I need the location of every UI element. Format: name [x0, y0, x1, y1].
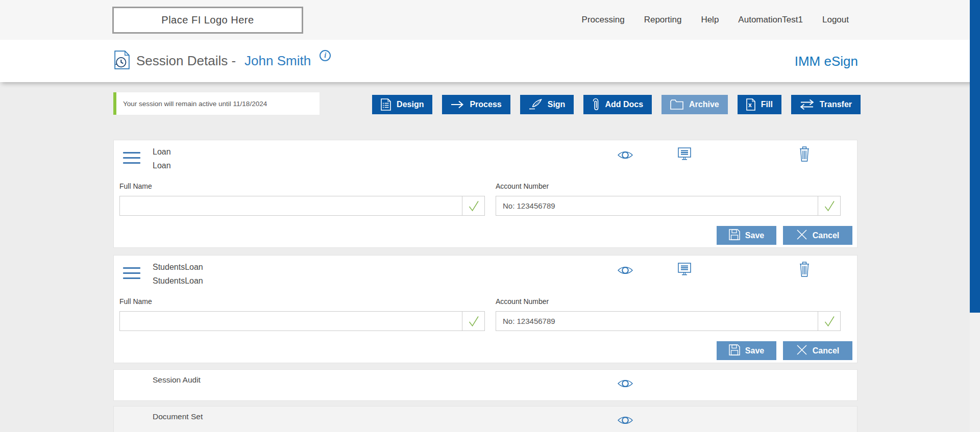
- floppy-disk-icon: [729, 229, 740, 242]
- card-title-line2: StudentsLoan: [153, 274, 203, 288]
- full-name-label: Full Name: [119, 182, 152, 190]
- valid-check-icon: [462, 196, 485, 216]
- session-notice-text: Your session will remain active until 11…: [123, 100, 267, 108]
- cancel-button[interactable]: Cancel: [783, 226, 852, 245]
- title-group: Session Details - John Smith i: [114, 40, 331, 82]
- transfer-arrows-icon: [800, 99, 814, 110]
- valid-check-icon: [818, 196, 841, 216]
- drag-handle-icon[interactable]: [123, 152, 140, 164]
- save-button[interactable]: Save: [717, 341, 776, 360]
- fi-logo-placeholder: Place FI Logo Here: [112, 7, 303, 34]
- nav-item-help[interactable]: Help: [701, 15, 719, 25]
- paperclip-icon: [592, 98, 599, 112]
- row-title: Session Audit: [153, 375, 201, 385]
- signature-pen-icon: [529, 99, 542, 110]
- remote-display-button[interactable]: [677, 262, 692, 278]
- fill-button-label: Fill: [761, 100, 773, 109]
- add-docs-button-label: Add Docs: [605, 100, 643, 109]
- session-notice: Your session will remain active until 11…: [113, 92, 320, 115]
- svg-text:x: x: [748, 101, 752, 109]
- session-document-clock-icon: [114, 50, 130, 71]
- preview-eye-button[interactable]: [617, 378, 633, 391]
- cancel-button-label: Cancel: [813, 231, 839, 240]
- account-number-label: Account Number: [496, 297, 549, 306]
- card-title: StudentsLoan StudentsLoan: [153, 260, 203, 288]
- document-set-row: Document Set: [113, 406, 857, 432]
- full-name-input[interactable]: [119, 311, 462, 331]
- design-button[interactable]: Design: [372, 95, 432, 114]
- titlebar: Session Details - John Smith i IMM eSign: [0, 40, 980, 82]
- cancel-button[interactable]: Cancel: [783, 341, 852, 360]
- preview-eye-button[interactable]: [617, 415, 633, 427]
- session-name: John Smith: [244, 53, 311, 69]
- archive-button[interactable]: Archive: [662, 95, 728, 114]
- save-button-label: Save: [745, 231, 764, 240]
- account-number-group: [496, 196, 841, 216]
- preview-eye-button[interactable]: [617, 149, 633, 162]
- drag-handle-icon[interactable]: [123, 267, 140, 279]
- folder-icon: [670, 99, 683, 110]
- save-button-label: Save: [745, 346, 764, 355]
- valid-check-icon: [462, 311, 485, 331]
- archive-button-label: Archive: [689, 100, 719, 109]
- scrollbar[interactable]: [970, 0, 980, 432]
- topbar: Place FI Logo Here Processing Reporting …: [0, 0, 980, 40]
- fill-document-icon: x: [746, 98, 755, 111]
- account-number-input[interactable]: [496, 196, 818, 216]
- delete-trash-button[interactable]: [798, 146, 811, 163]
- fi-logo-text: Place FI Logo Here: [161, 14, 254, 26]
- arrow-right-icon: [451, 99, 464, 110]
- account-number-label: Account Number: [496, 182, 549, 190]
- full-name-group: [119, 311, 485, 331]
- nav-item-processing[interactable]: Processing: [582, 15, 625, 25]
- account-number-group: [496, 311, 841, 331]
- save-button[interactable]: Save: [717, 226, 776, 245]
- full-name-input[interactable]: [119, 196, 462, 216]
- document-card-studentsloan: StudentsLoan StudentsLoan Full Name: [113, 255, 857, 363]
- nav-item-logout[interactable]: Logout: [822, 15, 849, 25]
- transfer-button-label: Transfer: [820, 100, 852, 109]
- sign-button-label: Sign: [548, 100, 566, 109]
- process-button[interactable]: Process: [442, 95, 510, 114]
- card-title-line1: StudentsLoan: [153, 260, 203, 274]
- full-name-group: [119, 196, 485, 216]
- nav-item-username[interactable]: AutomationTest1: [738, 15, 803, 25]
- transfer-button[interactable]: Transfer: [791, 95, 861, 114]
- design-button-label: Design: [397, 100, 424, 109]
- valid-check-icon: [818, 311, 841, 331]
- card-title-line2: Loan: [153, 159, 171, 172]
- add-docs-button[interactable]: Add Docs: [583, 95, 652, 114]
- close-x-icon: [796, 344, 807, 358]
- floppy-disk-icon: [729, 344, 740, 358]
- session-audit-row: Session Audit: [113, 369, 857, 401]
- account-number-input[interactable]: [496, 311, 818, 331]
- nav-item-reporting[interactable]: Reporting: [644, 15, 682, 25]
- action-toolbar: Design Process Sign Add Docs: [372, 95, 861, 114]
- design-document-icon: [381, 98, 391, 111]
- scrollbar-thumb[interactable]: [970, 0, 980, 313]
- full-name-label: Full Name: [119, 297, 152, 306]
- main-nav: Processing Reporting Help AutomationTest…: [582, 0, 849, 40]
- info-icon[interactable]: i: [320, 50, 331, 61]
- preview-eye-button[interactable]: [617, 265, 633, 277]
- remote-display-button[interactable]: [677, 147, 692, 163]
- row-title: Document Set: [153, 412, 203, 421]
- sign-button[interactable]: Sign: [520, 95, 574, 114]
- document-card-loan: Loan Loan Full Name Account: [113, 140, 857, 248]
- cancel-button-label: Cancel: [813, 346, 839, 355]
- fill-button[interactable]: x Fill: [738, 95, 781, 114]
- card-title-line1: Loan: [153, 145, 171, 159]
- close-x-icon: [796, 229, 807, 242]
- process-button-label: Process: [470, 100, 501, 109]
- card-title: Loan Loan: [153, 145, 171, 172]
- delete-trash-button[interactable]: [798, 262, 811, 278]
- brand-logo: IMM eSign: [795, 53, 858, 69]
- page-title: Session Details -: [136, 53, 236, 69]
